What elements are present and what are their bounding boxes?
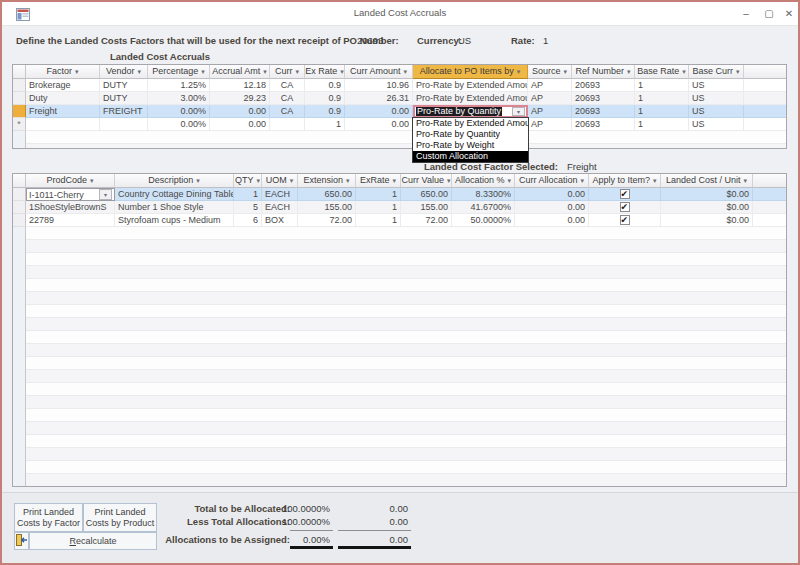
cell-ref-number[interactable]: 20693 bbox=[572, 118, 635, 131]
apply-to-item-checkbox[interactable] bbox=[620, 215, 630, 225]
column-header-base-rate[interactable]: Base Rate bbox=[635, 65, 689, 79]
cell-vendor[interactable]: FREIGHT bbox=[100, 105, 148, 118]
record-selector[interactable] bbox=[13, 188, 26, 201]
column-menu-icon[interactable] bbox=[564, 65, 568, 78]
maximize-button[interactable]: ▢ bbox=[761, 6, 777, 21]
column-menu-icon[interactable] bbox=[508, 174, 512, 187]
cell-base-rate[interactable]: 1 bbox=[635, 92, 689, 105]
select-all-corner[interactable] bbox=[13, 174, 26, 188]
cell-base-rate[interactable]: 1 bbox=[635, 79, 689, 92]
column-header-curr-value[interactable]: Curr Value bbox=[401, 174, 452, 188]
record-selector-current[interactable] bbox=[13, 105, 26, 118]
recalculate-button[interactable]: Recalculate bbox=[29, 532, 157, 550]
cell-qty[interactable]: 5 bbox=[234, 201, 262, 214]
cell-curr-value[interactable]: 155.00 bbox=[401, 201, 452, 214]
cell-percentage[interactable]: 0.00% bbox=[148, 118, 210, 131]
cell-base-curr[interactable]: US bbox=[689, 79, 744, 92]
column-header-uom[interactable]: UOM bbox=[262, 174, 298, 188]
column-header-landed-cost-unit[interactable]: Landed Cost / Unit bbox=[661, 174, 753, 188]
prodcode-combobox[interactable]: I-1011-Cherry bbox=[26, 188, 115, 201]
cell-qty[interactable]: 1 bbox=[234, 188, 262, 201]
cell-factor[interactable]: Brokerage bbox=[26, 79, 100, 92]
column-menu-icon[interactable] bbox=[295, 65, 299, 78]
cell-factor[interactable]: Freight bbox=[26, 105, 100, 118]
cell-curr-amount[interactable]: 0.00 bbox=[345, 105, 413, 118]
column-header-source[interactable]: Source bbox=[528, 65, 572, 79]
apply-to-item-checkbox[interactable] bbox=[620, 189, 630, 199]
column-header-base-curr[interactable]: Base Curr bbox=[689, 65, 744, 79]
column-header-prodcode[interactable]: ProdCode bbox=[26, 174, 115, 188]
column-menu-icon[interactable] bbox=[90, 174, 94, 187]
cell-base-curr[interactable]: US bbox=[689, 92, 744, 105]
cell-allocate-by[interactable]: Pro-Rate by Extended Amount bbox=[413, 79, 528, 92]
column-menu-icon[interactable] bbox=[340, 65, 344, 78]
cell-curr[interactable]: CA bbox=[270, 92, 305, 105]
cell-description[interactable]: Number 1 Shoe Style bbox=[115, 201, 234, 214]
cell-curr-amount[interactable]: 10.96 bbox=[345, 79, 413, 92]
close-button[interactable]: ✕ bbox=[781, 6, 797, 21]
dropdown-option[interactable]: Pro-Rate by Weight bbox=[413, 140, 528, 151]
column-header-accrual-amt[interactable]: Accrual Amt bbox=[210, 65, 270, 79]
column-header-description[interactable]: Description bbox=[115, 174, 234, 188]
cell-vendor[interactable] bbox=[100, 118, 148, 131]
column-header-ref-number[interactable]: Ref Number bbox=[572, 65, 635, 79]
cell-accrual-amt[interactable]: 0.00 bbox=[210, 105, 270, 118]
column-menu-icon[interactable] bbox=[581, 174, 585, 187]
column-header-qty[interactable]: QTY bbox=[234, 174, 262, 188]
po-number-value[interactable]: 20693 bbox=[357, 35, 383, 46]
cell-percentage[interactable]: 3.00% bbox=[148, 92, 210, 105]
cell-ref-number[interactable]: 20693 bbox=[572, 79, 635, 92]
apply-to-item-checkbox[interactable] bbox=[620, 202, 630, 212]
cell-landed-cost-unit[interactable]: $0.00 bbox=[661, 188, 753, 201]
column-menu-icon[interactable] bbox=[653, 174, 657, 187]
column-header-allocate-by[interactable]: Allocate to PO Items by bbox=[413, 65, 528, 79]
prodcode-value[interactable]: I-1011-Cherry bbox=[29, 189, 84, 201]
cell-allocate-by[interactable]: Pro-Rate by Extended Amount bbox=[413, 92, 528, 105]
cell-base-curr[interactable]: US bbox=[689, 105, 744, 118]
cell-allocation-pct[interactable]: 50.0000% bbox=[452, 214, 515, 227]
cell-factor[interactable]: Duty bbox=[26, 92, 100, 105]
cell-ex-rate[interactable]: 1 bbox=[305, 118, 345, 131]
cell-description[interactable]: Styrofoam cups - Medium bbox=[115, 214, 234, 227]
column-menu-icon[interactable] bbox=[263, 65, 267, 78]
print-costs-by-factor-button[interactable]: Print Landed Costs by Factor bbox=[14, 503, 83, 532]
column-header-factor[interactable]: Factor bbox=[26, 65, 100, 79]
record-selector[interactable] bbox=[13, 92, 26, 105]
cell-vendor[interactable]: DUTY bbox=[100, 79, 148, 92]
cell-extension[interactable]: 155.00 bbox=[298, 201, 356, 214]
column-header-exrate[interactable]: ExRate bbox=[356, 174, 401, 188]
cell-landed-cost-unit[interactable]: $0.00 bbox=[661, 214, 753, 227]
column-menu-icon[interactable] bbox=[138, 65, 142, 78]
cell-curr-amount[interactable]: 0.00 bbox=[345, 118, 413, 131]
prodcode-dropdown-button[interactable] bbox=[99, 189, 112, 200]
column-menu-icon[interactable] bbox=[196, 174, 200, 187]
dropdown-option[interactable]: Pro-Rate by Extended Amount bbox=[413, 118, 528, 129]
column-header-extension[interactable]: Extension bbox=[298, 174, 356, 188]
minimize-button[interactable]: – bbox=[738, 6, 754, 21]
column-menu-icon[interactable] bbox=[517, 65, 521, 78]
cell-factor[interactable] bbox=[26, 118, 100, 131]
column-header-curr-allocation[interactable]: Curr Allocation bbox=[515, 174, 589, 188]
rate-value[interactable]: 1 bbox=[543, 35, 548, 46]
cell-prodcode[interactable]: 1ShoeStyleBrownS bbox=[26, 201, 115, 214]
cell-percentage[interactable]: 1.25% bbox=[148, 79, 210, 92]
column-menu-icon[interactable] bbox=[393, 174, 397, 187]
column-menu-icon[interactable] bbox=[75, 65, 79, 78]
cell-landed-cost-unit[interactable]: $0.00 bbox=[661, 201, 753, 214]
column-header-curr-amount[interactable]: Curr Amount bbox=[345, 65, 413, 79]
cell-ex-rate[interactable]: 0.9 bbox=[305, 79, 345, 92]
column-menu-icon[interactable] bbox=[201, 65, 205, 78]
cell-base-rate[interactable]: 1 bbox=[635, 118, 689, 131]
cell-ex-rate[interactable]: 0.9 bbox=[305, 92, 345, 105]
column-header-allocation-pct[interactable]: Allocation % bbox=[452, 174, 515, 188]
cell-curr[interactable]: CA bbox=[270, 79, 305, 92]
currency-value[interactable]: US bbox=[458, 35, 471, 46]
cell-uom[interactable]: EACH bbox=[262, 188, 298, 201]
close-form-button[interactable] bbox=[14, 532, 29, 550]
cell-base-rate[interactable]: 1 bbox=[635, 105, 689, 118]
cell-description[interactable]: Country Cottage Dining Table bbox=[115, 188, 234, 201]
cell-exrate[interactable]: 1 bbox=[356, 201, 401, 214]
cell-source[interactable]: AP bbox=[528, 92, 572, 105]
cell-exrate[interactable]: 1 bbox=[356, 188, 401, 201]
column-menu-icon[interactable] bbox=[447, 174, 451, 187]
